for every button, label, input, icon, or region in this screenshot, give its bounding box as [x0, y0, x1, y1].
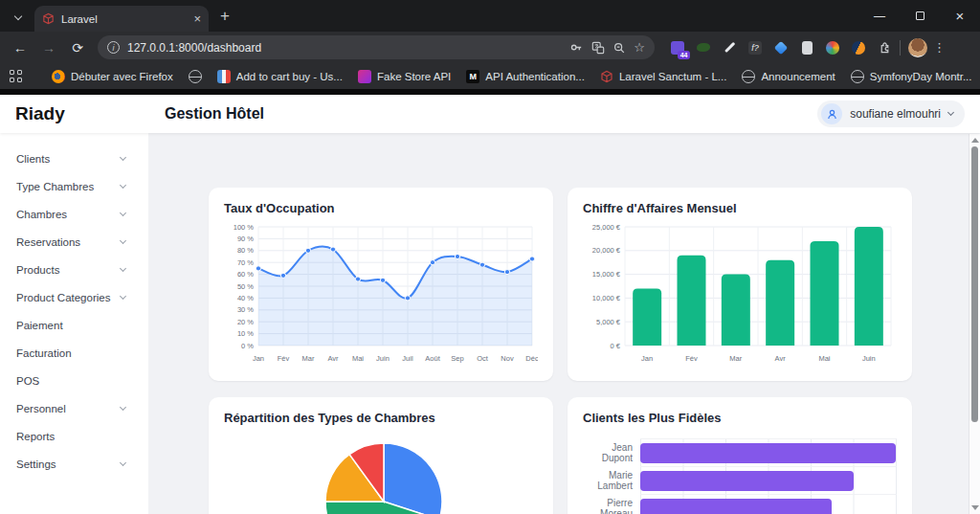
svg-text:90 %: 90 % — [237, 235, 254, 243]
chart-title: Chiffre d'Affaires Mensuel — [583, 201, 897, 215]
svg-text:Juin: Juin — [862, 354, 876, 363]
scroll-up-arrow[interactable] — [971, 138, 979, 143]
extension-badge: 44 — [678, 51, 690, 59]
extension-orange-navy-icon[interactable] — [851, 40, 866, 56]
sidebar-item-reports[interactable]: Reports — [0, 422, 148, 450]
hbar-bar — [640, 499, 832, 514]
bookmark-symfonyday[interactable]: SymfonyDay Montr... — [847, 68, 976, 85]
chevron-down-icon — [120, 459, 126, 466]
svg-text:5,000 €: 5,000 € — [596, 318, 621, 326]
brand-logo[interactable]: Riady — [0, 103, 148, 124]
browser-tab-bar: Laravel × + — × — [0, 0, 980, 32]
extensions-puzzle-icon[interactable] — [877, 40, 892, 56]
bookmark-globe-only[interactable] — [185, 68, 206, 85]
svg-text:50 %: 50 % — [237, 282, 254, 291]
firefox-icon — [52, 70, 65, 83]
browser-profile-avatar[interactable] — [908, 38, 927, 57]
horizontal-bar-chart: Jean DupontMarie LambertPierre Moreau — [583, 438, 897, 514]
reload-button[interactable]: ⟳ — [65, 40, 90, 56]
sidebar-item-label: Settings — [16, 458, 56, 470]
scrollbar-thumb[interactable] — [971, 146, 978, 422]
close-window-button[interactable]: × — [940, 8, 980, 24]
hbar-row: Pierre Moreau — [583, 494, 897, 514]
bookmark-fake-store-api[interactable]: Fake Store API — [354, 68, 455, 85]
minimize-button[interactable]: — — [859, 10, 900, 23]
sidebar-item-label: Reservations — [16, 236, 80, 248]
extension-clipboard-icon[interactable] — [799, 40, 814, 56]
tab-search-button[interactable] — [8, 6, 29, 27]
sidebar-item-settings[interactable]: Settings — [0, 450, 148, 478]
svg-text:Mai: Mai — [352, 354, 364, 363]
extension-f-icon[interactable]: f? — [747, 40, 763, 56]
sidebar-item-pos[interactable]: POS — [0, 367, 148, 394]
extension-glyph — [774, 40, 788, 54]
extension-blue-diamond-icon[interactable] — [773, 40, 789, 56]
sidebar-item-products[interactable]: Products — [0, 256, 148, 283]
restore-button[interactable] — [900, 10, 940, 23]
bookmark-announcement[interactable]: Announcement — [738, 68, 838, 85]
url-text[interactable]: 127.0.0.1:8000/dashboard — [127, 41, 562, 55]
scroll-down-arrow[interactable] — [971, 505, 979, 510]
zoom-magnifier-icon[interactable] — [612, 41, 626, 55]
chevron-down-icon — [120, 210, 126, 216]
back-button[interactable]: ← — [8, 40, 33, 56]
tab-close-icon[interactable]: × — [193, 12, 201, 25]
sidebar-item-label: Chambres — [16, 209, 67, 220]
svg-text:Mar: Mar — [729, 354, 742, 363]
browser-tab-laravel[interactable]: Laravel × — [34, 6, 209, 32]
address-bar[interactable]: i 127.0.0.1:8000/dashboard ☆ — [98, 35, 655, 59]
laravel-icon — [600, 70, 613, 83]
sidebar-item-product-categories[interactable]: Product Categories — [0, 283, 148, 311]
user-avatar — [821, 103, 842, 124]
sidebar-item-reservations[interactable]: Reservations — [0, 228, 148, 256]
card-clients-fideles: Clients les Plus Fidèles Jean DupontMari… — [568, 397, 912, 514]
sidebar-item-type-chambres[interactable]: Type Chambres — [0, 172, 148, 200]
extension-glyph — [826, 41, 839, 55]
bookmark-debuter-avec-firefox[interactable]: Débuter avec Firefox — [48, 68, 177, 85]
translate-icon[interactable] — [591, 41, 605, 55]
extension-purple-icon[interactable]: 44 — [670, 40, 685, 56]
extension-colorful-icon[interactable] — [825, 40, 840, 56]
sidebar-item-paiement[interactable]: Paiement — [0, 311, 148, 339]
sidebar-item-label: Type Chambres — [16, 181, 94, 192]
forward-button[interactable]: → — [36, 40, 61, 56]
sidebar-item-label: Paiement — [16, 320, 63, 331]
password-key-icon[interactable] — [569, 40, 584, 55]
new-tab-button[interactable]: + — [220, 7, 230, 26]
sidebar-nav: ClientsType ChambresChambresReservations… — [0, 145, 148, 478]
bookmark-api-authentication[interactable]: MAPI Authentication... — [462, 68, 589, 85]
user-menu[interactable]: soufiane elmouhri — [817, 101, 965, 127]
sidebar-item-personnel[interactable]: Personnel — [0, 394, 148, 422]
pie-chart — [224, 431, 538, 514]
main-content: Taux d'Occupation 0 %10 %20 %30 %40 %50 … — [148, 133, 980, 514]
svg-text:Juil: Juil — [402, 354, 413, 363]
hbar-label: Pierre Moreau — [583, 498, 633, 514]
chevron-down-icon — [947, 109, 954, 116]
extension-green-icon[interactable] — [696, 40, 711, 56]
tab-title: Laravel — [61, 13, 187, 25]
page-scrollbar[interactable] — [969, 134, 980, 514]
restore-icon — [916, 11, 924, 20]
bookmark-add-to-cart[interactable]: Add to cart buy - Us... — [213, 68, 346, 85]
hbar-row: Jean Dupont — [583, 438, 897, 466]
svg-text:Mar: Mar — [302, 354, 315, 363]
svg-text:20 %: 20 % — [237, 318, 254, 326]
sidebar-item-clients[interactable]: Clients — [0, 145, 148, 172]
eyedropper-extension-icon[interactable] — [722, 40, 737, 56]
line-chart: 0 %10 %20 %30 %40 %50 %60 %70 %80 %90 %1… — [224, 221, 538, 367]
sidebar-item-facturation[interactable]: Facturation — [0, 339, 148, 367]
apps-grid-icon[interactable] — [10, 70, 23, 83]
browser-menu-kebab-icon[interactable]: ⋮ — [933, 40, 946, 55]
card-taux-occupation: Taux d'Occupation 0 %10 %20 %30 %40 %50 … — [209, 188, 553, 381]
sidebar-item-chambres[interactable]: Chambres — [0, 200, 148, 228]
bookmark-laravel-sanctum[interactable]: Laravel Sanctum - L... — [596, 68, 731, 85]
bookmark-star-icon[interactable]: ☆ — [634, 40, 645, 55]
chart-title: Taux d'Occupation — [224, 201, 538, 215]
chart-title: Répartition des Types de Chambres — [224, 411, 538, 425]
sidebar-item-label: Personnel — [16, 403, 66, 414]
globe-icon — [851, 70, 864, 83]
divider — [900, 40, 901, 56]
chevron-down-icon — [14, 12, 22, 20]
sidebar-item-label: Facturation — [16, 347, 72, 359]
site-info-icon[interactable]: i — [107, 41, 120, 54]
